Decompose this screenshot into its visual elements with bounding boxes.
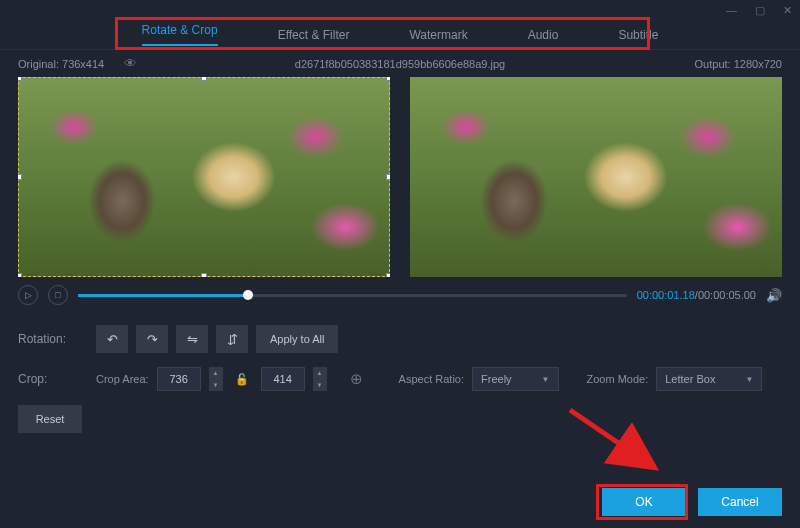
tab-watermark[interactable]: Watermark	[409, 28, 467, 42]
aspect-ratio-dropdown[interactable]: Freely ▼	[472, 367, 558, 391]
titlebar: — ▢ ✕	[0, 0, 800, 20]
crop-row: Crop: Crop Area: ▲▼ 🔓 ▲▼ ⊕ Aspect Ratio:…	[18, 365, 782, 393]
output-dimensions: Output: 1280x720	[695, 58, 782, 70]
timeline-row: ▷ □ 00:00:01.18/00:00:05.00 🔊	[0, 277, 800, 313]
timeline-fill	[78, 294, 248, 297]
crop-handle-ml[interactable]	[18, 174, 22, 180]
crop-height-input[interactable]	[261, 367, 305, 391]
close-button[interactable]: ✕	[783, 4, 792, 17]
zoom-mode-value: Letter Box	[665, 373, 715, 385]
aspect-ratio-value: Freely	[481, 373, 512, 385]
rotate-right-button[interactable]: ↷	[136, 325, 168, 353]
output-preview	[410, 77, 782, 277]
reset-row: Reset	[18, 405, 782, 433]
minimize-button[interactable]: —	[726, 4, 737, 16]
tab-audio[interactable]: Audio	[528, 28, 559, 42]
crop-selection[interactable]	[18, 77, 390, 277]
maximize-button[interactable]: ▢	[755, 4, 765, 17]
rotate-left-button[interactable]: ↶	[96, 325, 128, 353]
crop-handle-bl[interactable]	[18, 273, 22, 277]
original-dimensions: Original: 736x414	[18, 58, 104, 70]
crop-handle-tc[interactable]	[201, 77, 207, 81]
zoom-mode-dropdown[interactable]: Letter Box ▼	[656, 367, 762, 391]
flip-vertical-button[interactable]: ⇵	[216, 325, 248, 353]
current-time: 00:00:01.18	[637, 289, 695, 301]
tab-subtitle[interactable]: Subtitle	[618, 28, 658, 42]
filename: d2671f8b050383181d959bb6606e88a9.jpg	[295, 58, 505, 70]
flip-horizontal-button[interactable]: ⇋	[176, 325, 208, 353]
info-row: Original: 736x414 👁 d2671f8b050383181d95…	[0, 50, 800, 77]
zoom-mode-label: Zoom Mode:	[587, 373, 649, 385]
play-button[interactable]: ▷	[18, 285, 38, 305]
preview-image	[410, 77, 782, 277]
crop-handle-mr[interactable]	[386, 174, 390, 180]
aspect-ratio-label: Aspect Ratio:	[399, 373, 464, 385]
crop-handle-tr[interactable]	[386, 77, 390, 81]
chevron-down-icon: ▼	[745, 375, 753, 384]
rotation-row: Rotation: ↶ ↷ ⇋ ⇵ Apply to All	[18, 325, 782, 353]
crop-width-spinner[interactable]: ▲▼	[209, 367, 223, 391]
tabs: Rotate & Crop Effect & Filter Watermark …	[0, 20, 800, 50]
timeline-slider[interactable]	[78, 294, 627, 297]
duration-value: 00:00:05.00	[698, 289, 756, 301]
crop-handle-br[interactable]	[386, 273, 390, 277]
chevron-down-icon: ▼	[542, 375, 550, 384]
crop-width-input[interactable]	[157, 367, 201, 391]
crop-area-label: Crop Area:	[96, 373, 149, 385]
crop-handle-tl[interactable]	[18, 77, 22, 81]
center-crop-icon[interactable]: ⊕	[343, 365, 371, 393]
ok-button[interactable]: OK	[602, 488, 686, 516]
lock-aspect-icon[interactable]: 🔓	[235, 373, 249, 386]
rotation-label: Rotation:	[18, 332, 88, 346]
cancel-button[interactable]: Cancel	[698, 488, 782, 516]
stop-button[interactable]: □	[48, 285, 68, 305]
controls: Rotation: ↶ ↷ ⇋ ⇵ Apply to All Crop: Cro…	[0, 313, 800, 457]
preview-row	[0, 77, 800, 277]
reset-button[interactable]: Reset	[18, 405, 82, 433]
tab-effect-filter[interactable]: Effect & Filter	[278, 28, 350, 42]
volume-icon[interactable]: 🔊	[766, 288, 782, 303]
apply-to-all-button[interactable]: Apply to All	[256, 325, 338, 353]
tab-rotate-crop[interactable]: Rotate & Crop	[142, 23, 218, 46]
eye-icon[interactable]: 👁	[124, 56, 137, 71]
crop-handle-bc[interactable]	[201, 273, 207, 277]
timeline-thumb[interactable]	[243, 290, 253, 300]
crop-height-spinner[interactable]: ▲▼	[313, 367, 327, 391]
footer: OK Cancel	[602, 488, 782, 516]
crop-label: Crop:	[18, 372, 88, 386]
original-preview[interactable]	[18, 77, 390, 277]
